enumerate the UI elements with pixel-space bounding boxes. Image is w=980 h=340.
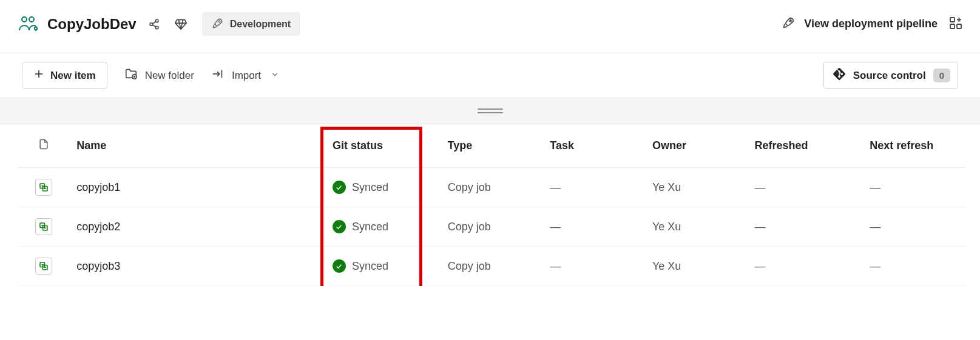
col-header-task[interactable]: Task bbox=[542, 124, 645, 168]
import-label: Import bbox=[232, 70, 261, 82]
copy-job-icon bbox=[35, 179, 52, 196]
items-table: Name Git status Type Task Owner Refreshe… bbox=[18, 124, 965, 286]
col-header-owner[interactable]: Owner bbox=[645, 124, 748, 168]
apps-icon[interactable] bbox=[948, 16, 963, 32]
toolbar-left: New item New folder Import bbox=[22, 62, 806, 89]
col-header-icon bbox=[18, 124, 69, 168]
git-status-text: Synced bbox=[352, 181, 388, 194]
svg-rect-14 bbox=[957, 24, 961, 28]
item-task: — bbox=[542, 207, 645, 247]
item-next-refresh: — bbox=[862, 168, 965, 207]
share-icon[interactable] bbox=[145, 15, 163, 33]
svg-point-11 bbox=[790, 20, 792, 22]
import-icon bbox=[211, 67, 225, 84]
toolbar-right: Source control 0 bbox=[823, 62, 958, 89]
copy-job-icon bbox=[35, 218, 52, 235]
svg-line-9 bbox=[152, 24, 156, 27]
col-header-name[interactable]: Name bbox=[69, 124, 325, 168]
header-right: View deployment pipeline bbox=[782, 16, 963, 32]
copy-job-icon bbox=[35, 258, 52, 275]
git-icon bbox=[833, 67, 846, 84]
svg-rect-12 bbox=[950, 18, 955, 22]
source-control-count: 0 bbox=[933, 68, 950, 82]
col-header-type[interactable]: Type bbox=[441, 124, 543, 168]
table-row[interactable]: copyjob1 Synced Copy job — Ye Xu — — bbox=[18, 168, 965, 207]
item-type-icon-cell bbox=[18, 207, 69, 247]
import-button[interactable]: Import bbox=[211, 67, 279, 84]
rocket-icon bbox=[782, 16, 796, 32]
pipeline-link-text: View deployment pipeline bbox=[804, 18, 938, 30]
new-folder-label: New folder bbox=[145, 70, 194, 82]
stage-badge[interactable]: Development bbox=[202, 12, 300, 36]
items-table-wrap: Name Git status Type Task Owner Refreshe… bbox=[0, 124, 980, 286]
item-next-refresh: — bbox=[862, 247, 965, 286]
item-owner: Ye Xu bbox=[645, 168, 748, 207]
item-refreshed: — bbox=[748, 207, 863, 247]
git-status-cell: Synced bbox=[333, 259, 433, 273]
git-status-cell: Synced bbox=[333, 181, 433, 194]
toolbar: New item New folder Import bbox=[0, 53, 980, 98]
item-name[interactable]: copyjob3 bbox=[76, 260, 120, 272]
new-folder-button[interactable]: New folder bbox=[124, 67, 194, 84]
chevron-down-icon bbox=[271, 70, 279, 82]
check-circle-icon bbox=[333, 220, 346, 233]
svg-point-10 bbox=[218, 21, 220, 22]
item-name[interactable]: copyjob1 bbox=[76, 181, 120, 193]
item-type: Copy job bbox=[441, 207, 543, 247]
table-row[interactable]: copyjob3 Synced Copy job — Ye Xu — — bbox=[18, 247, 965, 286]
svg-point-0 bbox=[22, 17, 27, 22]
item-type-icon-cell bbox=[18, 168, 69, 207]
git-status-cell: Synced bbox=[333, 220, 433, 233]
file-icon bbox=[38, 141, 50, 153]
svg-line-8 bbox=[152, 21, 156, 24]
check-circle-icon bbox=[333, 181, 346, 194]
view-pipeline-link[interactable]: View deployment pipeline bbox=[782, 16, 938, 32]
check-circle-icon bbox=[333, 259, 346, 273]
item-owner: Ye Xu bbox=[645, 247, 748, 286]
table-row[interactable]: copyjob2 Synced Copy job — Ye Xu — — bbox=[18, 207, 965, 247]
table-header-row: Name Git status Type Task Owner Refreshe… bbox=[18, 124, 965, 168]
resize-bar[interactable] bbox=[0, 98, 980, 124]
workspace-title: CopyJobDev bbox=[47, 16, 137, 33]
header-left: CopyJobDev Development bbox=[17, 12, 774, 36]
folder-plus-icon bbox=[124, 67, 138, 84]
item-owner: Ye Xu bbox=[645, 207, 748, 247]
plus-icon bbox=[33, 68, 44, 82]
source-control-button[interactable]: Source control 0 bbox=[823, 62, 958, 89]
diamond-icon[interactable] bbox=[172, 15, 190, 33]
new-item-label: New item bbox=[50, 70, 96, 82]
item-refreshed: — bbox=[748, 168, 863, 207]
svg-rect-13 bbox=[950, 24, 955, 28]
item-type-icon-cell bbox=[18, 247, 69, 286]
new-item-button[interactable]: New item bbox=[22, 62, 107, 89]
rocket-icon bbox=[212, 17, 224, 31]
git-status-text: Synced bbox=[352, 260, 388, 273]
col-header-git-status[interactable]: Git status bbox=[325, 124, 441, 168]
svg-point-2 bbox=[35, 27, 37, 29]
col-header-next-refresh[interactable]: Next refresh bbox=[862, 124, 965, 168]
git-status-text: Synced bbox=[352, 221, 388, 233]
drag-handle-icon bbox=[478, 108, 503, 113]
source-control-label: Source control bbox=[853, 70, 926, 82]
item-task: — bbox=[542, 247, 645, 286]
workspace-icon bbox=[17, 13, 39, 35]
item-next-refresh: — bbox=[862, 207, 965, 247]
item-type: Copy job bbox=[441, 168, 543, 207]
item-refreshed: — bbox=[748, 247, 863, 286]
stage-label: Development bbox=[230, 19, 291, 30]
item-task: — bbox=[542, 168, 645, 207]
col-header-refreshed[interactable]: Refreshed bbox=[748, 124, 863, 168]
svg-point-1 bbox=[29, 17, 34, 22]
workspace-header: CopyJobDev Development bbox=[0, 0, 980, 53]
item-name[interactable]: copyjob2 bbox=[76, 221, 120, 233]
item-type: Copy job bbox=[441, 247, 543, 286]
